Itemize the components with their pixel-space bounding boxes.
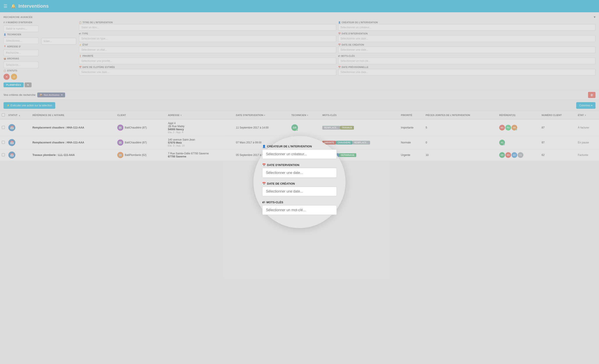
tab-n[interactable]: N bbox=[25, 82, 32, 87]
address-cell: 140 avenue Saint-Jean 57070 Metz Eta. 3 … bbox=[168, 138, 232, 147]
adresse-input[interactable] bbox=[3, 50, 39, 56]
tech-status-dot bbox=[296, 157, 298, 158]
referents-group: GR MS AC +1 bbox=[499, 152, 538, 158]
menu-icon[interactable]: ☰ bbox=[3, 3, 8, 9]
address-line1: Appt 4 bbox=[168, 122, 232, 125]
address-line2: 2B Rue Mably bbox=[168, 125, 232, 128]
date-provisionnelle-input[interactable] bbox=[338, 69, 596, 75]
client-cell: 🏢 BatiChaudière (87) bbox=[117, 124, 164, 131]
interventions-table: STATUT ▲ RÉFÉRENCE DE L'AFFAIRE CLIENT A… bbox=[0, 111, 599, 161]
num-client-text: 87 bbox=[542, 126, 544, 129]
execute-action-button[interactable]: ⚡ Exécuter une action sur la sélection bbox=[3, 102, 55, 109]
tag: REMPLACE... bbox=[322, 126, 340, 130]
table-header-row: STATUT ▲ RÉFÉRENCE DE L'AFFAIRE CLIENT A… bbox=[0, 111, 599, 119]
mots-cles-label: 🏷 MOTS-CLÉS bbox=[338, 55, 596, 57]
client-icon: 🏢 bbox=[117, 140, 123, 146]
th-pieces: PIÈCES JOINTES DE L'INTERVENTION bbox=[424, 111, 497, 119]
etat-input[interactable] bbox=[79, 46, 336, 53]
select-all-checkbox[interactable] bbox=[2, 113, 5, 116]
pieces-count: 5 bbox=[426, 126, 427, 129]
numero-label: # # NUMÉRO D'INTERVEN bbox=[3, 21, 39, 24]
status-icon: 📅 bbox=[8, 151, 15, 159]
status-icon: 📅 bbox=[8, 124, 15, 131]
bell-icon[interactable]: 🔔 bbox=[11, 4, 16, 9]
createur-label: 👤 CRÉATEUR DE L'INTERVENTION bbox=[338, 21, 596, 24]
chevron-down-icon[interactable]: ▾ bbox=[594, 15, 596, 19]
sort-icon-statut[interactable]: ▲ bbox=[18, 114, 21, 116]
ref-status-dot bbox=[503, 144, 505, 145]
type-input[interactable] bbox=[79, 35, 336, 42]
client-name: BatiPlomberie (62) bbox=[125, 153, 146, 157]
table-row: 📅Remplacement chaudiere : HHA-111-AAA 🏢 … bbox=[0, 119, 599, 136]
row-checkbox-1[interactable] bbox=[2, 141, 5, 144]
criteria-tag-close[interactable]: ✕ bbox=[61, 93, 63, 97]
th-mots-cles: MOTS-CLÉS bbox=[321, 111, 399, 119]
priorite-text: Urgente bbox=[401, 153, 410, 157]
sort-icon-tech[interactable]: ▾ bbox=[307, 114, 308, 116]
address-cell: 7 Rue Sainte-Odile 67700 Saverne 67700 S… bbox=[168, 152, 232, 158]
date-creation-input[interactable] bbox=[338, 46, 596, 53]
sort-icon-adresse[interactable]: ▾ bbox=[180, 114, 182, 116]
referent-avatar: PG bbox=[505, 125, 511, 131]
date-text: 11 Septembre 2017 à 14:00 bbox=[236, 126, 269, 129]
tabs-row: PLANIFIÉES N bbox=[3, 82, 39, 87]
etat-text: À facturer bbox=[578, 126, 589, 129]
tags-cell: PLOMBERIEDEPANNAGE bbox=[322, 153, 397, 157]
address-extra: Eta. 2 - App. 4 bbox=[168, 131, 232, 133]
titre-input[interactable] bbox=[79, 24, 336, 31]
ancien-input[interactable] bbox=[41, 38, 76, 44]
archivage-input[interactable] bbox=[3, 62, 39, 68]
sort-icon-date[interactable]: ▾ bbox=[264, 114, 265, 116]
recherche-avancee-label: RECHERCHE AVANCÉE bbox=[3, 16, 33, 18]
tab-planifiees[interactable]: PLANIFIÉES bbox=[3, 82, 24, 87]
referents-group: AC bbox=[499, 140, 538, 145]
status-badge-orange[interactable]: ⊙ bbox=[11, 74, 17, 80]
tags-cell: REMPLACE...TRAVAUX bbox=[322, 126, 397, 130]
mots-cles-input[interactable] bbox=[338, 58, 596, 64]
criteria-row: Vos critères de recherche 📦 Non Archivée… bbox=[0, 90, 599, 100]
statuts-badges: ✕ ⊙ bbox=[3, 74, 39, 80]
priorite-label: ❗ PRIORITÉ bbox=[79, 55, 336, 57]
criteria-label: Vos critères de recherche bbox=[3, 93, 35, 97]
criteria-clear-button[interactable]: 🗑 bbox=[588, 92, 596, 98]
tags-cell: AMIANTECHAUDIÈREREMPLACE... bbox=[322, 141, 397, 145]
client-name: BatiChaudière (87) bbox=[125, 141, 147, 144]
date-creation-label: 📅 DATE DE CRÉATION bbox=[338, 44, 596, 46]
date-text: 05 Septembre 2017 à 09:30 bbox=[236, 153, 269, 157]
priorite-text: Importante bbox=[401, 126, 414, 129]
colonnes-button[interactable]: Colonnes ▾ bbox=[576, 102, 596, 109]
row-checkbox-0[interactable] bbox=[2, 126, 5, 129]
date-intervention-input[interactable] bbox=[338, 35, 596, 42]
status-badge-red[interactable]: ✕ bbox=[3, 74, 10, 80]
address-city: 57070 Metz bbox=[168, 141, 232, 144]
criteria-tag-non-archivees[interactable]: 📦 Non Archivées ✕ bbox=[37, 93, 65, 97]
th-date: DATE D'INTERVENTION ▾ bbox=[234, 111, 290, 119]
th-etat: ÉTAT ▾ bbox=[576, 111, 599, 119]
archive-icon: 📦 bbox=[39, 94, 43, 97]
reference-text: Remplacement chaudiere : HHA-111-AAA bbox=[32, 126, 84, 129]
table-container: STATUT ▲ RÉFÉRENCE DE L'AFFAIRE CLIENT A… bbox=[0, 111, 599, 161]
etat-label: ⚡ ÉTAT bbox=[79, 44, 336, 46]
status-icon: 📅 bbox=[8, 139, 15, 146]
sort-icon-etat[interactable]: ▾ bbox=[585, 114, 586, 116]
priorite-input[interactable] bbox=[79, 58, 336, 64]
address-line1: 140 avenue Saint-Jean bbox=[168, 138, 232, 141]
th-adresse: ADRESSE ▾ bbox=[166, 111, 234, 119]
address-extra: Eta. 3 - App. 16 bbox=[168, 144, 232, 147]
tag: PLOMBERIE bbox=[322, 153, 339, 157]
address-city: 67700 Saverne bbox=[168, 155, 232, 158]
date-cloture-input[interactable] bbox=[79, 69, 336, 75]
referents-group: MS PG HB bbox=[499, 125, 538, 131]
app-header: ☰ 🔔 Interventions bbox=[0, 0, 599, 12]
date-cloture-label: 📅 DATE DE CLOTÛRE ESTIMÉE bbox=[79, 66, 336, 68]
createur-input[interactable] bbox=[338, 24, 596, 31]
referent-avatar: GR bbox=[499, 152, 505, 158]
technicien-avatar: GR bbox=[291, 124, 298, 131]
tag: REMPLACE... bbox=[352, 141, 370, 144]
row-checkbox-2[interactable] bbox=[2, 153, 5, 156]
client-icon: 🏢 bbox=[117, 152, 123, 158]
numero-input[interactable] bbox=[3, 26, 39, 32]
technicien-input[interactable] bbox=[3, 37, 39, 44]
th-statut: STATUT ▲ bbox=[7, 111, 31, 119]
client-name: BatiChaudière (87) bbox=[125, 126, 147, 129]
